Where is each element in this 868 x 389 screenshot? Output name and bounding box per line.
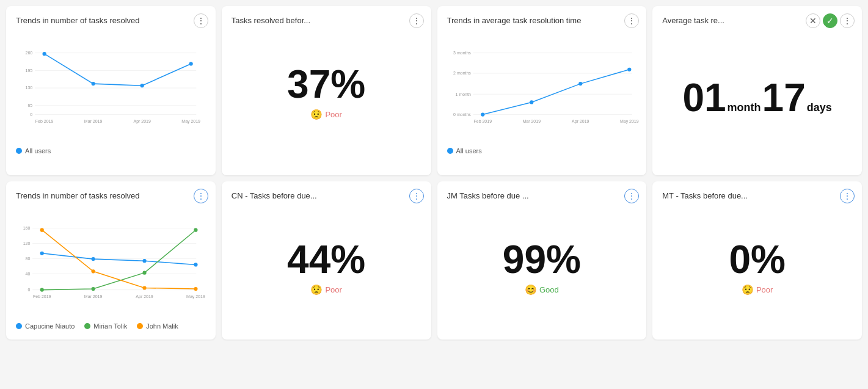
svg-text:Apr 2019: Apr 2019	[136, 294, 153, 299]
svg-text:Apr 2019: Apr 2019	[133, 119, 150, 124]
svg-text:0 months: 0 months	[453, 112, 471, 117]
avg-time-display: 01 month 17 days	[662, 31, 852, 165]
close-icon[interactable]: ✕	[806, 13, 820, 28]
card-menu[interactable]: ⋮	[409, 189, 424, 203]
status-label: Poor	[325, 285, 341, 294]
chart-legend: All users	[447, 147, 637, 155]
svg-point-55	[194, 228, 197, 232]
good-icon: 😊	[525, 284, 537, 296]
status-label: Good	[539, 285, 559, 294]
svg-text:40: 40	[26, 272, 31, 276]
legend-john: John Malik	[137, 322, 178, 330]
svg-text:Apr 2019: Apr 2019	[572, 119, 589, 124]
status-badge: 😟 Poor	[310, 109, 341, 120]
svg-text:Feb 2019: Feb 2019	[35, 119, 54, 123]
more-options-icon[interactable]: ⋮	[194, 13, 208, 28]
svg-point-17	[189, 62, 193, 65]
stat-value: 37%	[287, 65, 365, 104]
avg-time-value: 01 month 17 days	[682, 78, 831, 119]
svg-text:Feb 2019: Feb 2019	[473, 119, 492, 123]
dashboard: Trends in number of tasks resolved ⋮ 260…	[6, 6, 862, 340]
svg-text:May 2019: May 2019	[181, 119, 200, 124]
card-title: MT - Tasks before due...	[662, 191, 852, 200]
svg-point-30	[481, 113, 484, 117]
card-menu[interactable]: ⋮	[194, 13, 208, 28]
svg-point-15	[92, 82, 95, 85]
svg-text:May 2019: May 2019	[186, 294, 205, 299]
card-title: CN - Tasks before due...	[232, 191, 421, 200]
svg-point-51	[194, 263, 197, 266]
card-title: Trends in number of tasks resolved	[16, 191, 206, 200]
legend-all-users: All users	[447, 147, 482, 155]
svg-point-53	[92, 287, 95, 291]
card-average-task-time: Average task re... ✕ ✓ ⋮ 01 month 17 day…	[652, 6, 862, 175]
more-options-icon[interactable]: ⋮	[409, 13, 424, 28]
card-trends-tasks-resolved-bottom: Trends in number of tasks resolved ⋮ 160…	[6, 181, 216, 340]
svg-point-49	[92, 257, 95, 261]
more-options-icon[interactable]: ⋮	[840, 189, 855, 203]
status-label: Poor	[756, 285, 773, 294]
stat-display: 37% 😟 Poor	[232, 31, 421, 153]
more-options-icon[interactable]: ⋮	[624, 189, 639, 203]
svg-text:0: 0	[30, 112, 32, 117]
card-menu[interactable]: ✕ ✓ ⋮	[806, 13, 855, 28]
svg-text:260: 260	[26, 51, 33, 55]
poor-icon: 😟	[310, 109, 323, 120]
more-options-icon[interactable]: ⋮	[409, 189, 424, 203]
status-label: Poor	[325, 110, 341, 119]
svg-text:1 month: 1 month	[455, 92, 470, 96]
days-number: 17	[762, 78, 806, 117]
svg-point-14	[43, 52, 46, 56]
stat-display: 0% 😟 Poor	[662, 206, 852, 329]
chart-legend: Capucine Niauto Mirian Tolik John Malik	[16, 322, 206, 330]
svg-point-52	[40, 288, 44, 292]
svg-text:Mar 2019: Mar 2019	[84, 294, 103, 299]
card-jm-tasks: JM Tasks before due ... ⋮ 99% 😊 Good	[437, 181, 647, 340]
card-mt-tasks: MT - Tasks before due... ⋮ 0% 😟 Poor	[652, 181, 862, 340]
stat-value: 44%	[287, 240, 365, 279]
more-options-icon[interactable]: ⋮	[840, 13, 855, 28]
svg-point-16	[140, 84, 144, 87]
svg-point-58	[142, 286, 146, 289]
line-chart: 260 195 130 65 0 Feb 2019 Mar 2019 Apr 2…	[16, 31, 206, 141]
line-chart: 3 months 2 months 1 month 0 months Feb 2…	[447, 31, 637, 141]
svg-point-32	[578, 82, 582, 85]
card-title: Trends in number of tasks resolved	[16, 16, 206, 25]
card-tasks-resolved-before: Tasks resolved befor... ⋮ 37% 😟 Poor	[222, 6, 431, 175]
svg-point-48	[40, 252, 44, 255]
svg-text:3 months: 3 months	[453, 51, 471, 55]
svg-text:130: 130	[26, 85, 33, 90]
svg-point-59	[194, 287, 197, 291]
card-menu[interactable]: ⋮	[194, 189, 208, 203]
months-number: 01	[682, 78, 726, 117]
card-menu[interactable]: ⋮	[840, 189, 855, 203]
card-avg-resolution-time: Trends in average task resolution time ⋮…	[437, 6, 647, 175]
stat-display: 99% 😊 Good	[447, 206, 637, 329]
svg-text:Mar 2019: Mar 2019	[84, 119, 103, 123]
svg-text:120: 120	[23, 241, 31, 245]
svg-point-33	[627, 68, 631, 71]
svg-point-50	[142, 259, 146, 263]
month-label: month	[728, 101, 761, 114]
svg-text:Mar 2019: Mar 2019	[522, 119, 541, 123]
more-options-icon[interactable]: ⋮	[194, 189, 208, 203]
card-title: Trends in average task resolution time	[447, 16, 637, 25]
svg-text:80: 80	[26, 256, 31, 261]
svg-point-31	[530, 100, 533, 104]
days-label: days	[807, 101, 832, 114]
check-icon[interactable]: ✓	[823, 13, 837, 28]
more-options-icon[interactable]: ⋮	[624, 13, 639, 28]
card-title: JM Tasks before due ...	[447, 191, 637, 200]
status-badge: 😟 Poor	[742, 284, 773, 296]
svg-point-54	[142, 271, 146, 275]
stat-display: 44% 😟 Poor	[232, 206, 421, 329]
card-menu[interactable]: ⋮	[409, 13, 424, 28]
svg-text:195: 195	[26, 68, 33, 73]
card-trends-tasks-resolved: Trends in number of tasks resolved ⋮ 260…	[6, 6, 216, 175]
card-menu[interactable]: ⋮	[624, 13, 639, 28]
poor-icon: 😟	[742, 284, 754, 296]
card-menu[interactable]: ⋮	[624, 189, 639, 203]
card-title: Tasks resolved befor...	[232, 16, 421, 25]
stat-value: 99%	[503, 240, 581, 279]
svg-text:2 months: 2 months	[453, 71, 471, 75]
